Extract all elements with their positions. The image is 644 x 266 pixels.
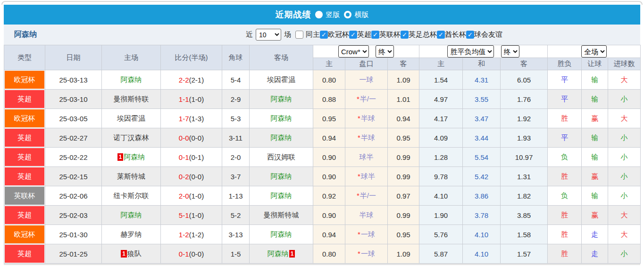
handicap-line-text: 半/一 [360,191,376,200]
avg-draw-odds: 5.54 [463,148,501,167]
handicap-odds-away: 0.99 [388,206,419,225]
team-name-text[interactable]: 西汉姆联 [267,153,295,161]
home-team[interactable]: 曼彻斯特联 [102,90,161,109]
away-team[interactable]: 西汉姆联 [250,148,313,167]
radio-horizontal-label[interactable]: 横版 [355,10,369,19]
competition-filter-item[interactable]: ✓酋长杯 [437,30,466,39]
checked-checkbox-icon[interactable]: ✓ [437,31,445,39]
handicap-line: *半球 [345,128,388,148]
away-team[interactable]: 曼彻斯特城 [250,206,313,225]
team-name-text[interactable]: 阿森纳 [121,211,142,219]
corner-score: 5-4 [222,70,250,90]
corner-score: 2-0 [222,148,250,167]
checked-checkbox-icon[interactable]: ✓ [401,31,409,39]
avg-lose-odds: 10.97 [501,148,548,167]
away-team[interactable]: 阿森纳 [250,225,313,244]
sub-header-result-handicap: 让球 [582,58,608,70]
home-team[interactable]: 阿森纳 [102,206,161,225]
team-name-text[interactable]: 狼队 [127,249,142,258]
away-team[interactable]: 阿森纳 [250,186,313,206]
team-name-text[interactable]: 纽卡斯尔联 [114,191,149,200]
col-header-home: 主场 [102,45,161,70]
layout-radio-vertical[interactable]: 竖版 [315,10,340,19]
avg-type-select[interactable]: 胜平负均值 [447,45,494,58]
checked-checkbox-icon[interactable]: ✓ [371,31,379,39]
same-home-checkbox[interactable] [295,31,303,39]
scope-select[interactable]: 全场 [581,45,607,58]
radio-vertical-label[interactable]: 竖版 [326,10,340,19]
team-name-text[interactable]: 阿森纳 [271,191,292,200]
avg-draw-odds: 5.42 [463,167,501,186]
fulltime-score: 1-2 [179,231,189,239]
team-name-text[interactable]: 赫罗纳 [121,230,142,238]
layout-radio-horizontal[interactable]: 横版 [344,10,369,19]
league-badge: 英超 [5,206,44,224]
competition-filter-item[interactable]: ✓英联杯 [371,30,401,39]
checked-checkbox-icon[interactable]: ✓ [320,31,328,39]
team-name-text[interactable]: 阿森纳 [121,75,142,83]
away-team[interactable]: 阿森纳 [250,109,313,128]
recent-count-select[interactable]: 10 [256,29,281,41]
corner-score: 5-3 [222,109,250,128]
home-team[interactable]: 阿森纳 [102,70,161,90]
handicap-line: *半/一 [345,186,388,206]
team-name-text[interactable]: 阿森纳 [268,249,289,258]
league-badge: 欧冠杯 [5,109,44,127]
handicap-odds-home: 0.80 [313,244,345,264]
halftime-score: (1-3) [189,115,204,123]
home-team[interactable]: 纽卡斯尔联 [102,186,161,206]
checked-checkbox-icon[interactable]: ✓ [349,31,357,39]
handicap-odds-home: 0.88 [313,90,345,109]
score: 2-0(1-0) [161,186,222,206]
result-handicap: 走 [582,244,608,264]
away-team[interactable]: 阿森纳 [250,128,313,148]
team-name-text[interactable]: 埃因霍温 [117,114,145,122]
handicap-line: *半/一 [345,90,388,109]
team-name-text[interactable]: 阿森纳 [271,230,292,238]
radio-selected-icon[interactable] [315,11,323,18]
result-win-draw-lose: 胜 [548,167,582,186]
competition-filter-item[interactable]: ✓欧冠杯 [320,30,349,39]
corner-score: 1-13 [222,186,250,206]
avg-lose-odds: 1.58 [501,225,548,244]
team-name-text[interactable]: 阿森纳 [271,133,292,141]
home-team[interactable]: 赫罗纳 [102,225,161,244]
handicap-odds-home: 0.92 [313,186,345,206]
team-name-text[interactable]: 阿森纳 [271,172,292,180]
away-team[interactable]: 埃因霍温 [250,70,313,90]
handicap-line-text: 一球 [361,230,375,238]
handicap-odds-home: 0.90 [313,206,345,225]
bookmaker-select[interactable]: Crow* [338,45,369,58]
home-team[interactable]: 1狼队 [102,244,161,264]
competition-filter-item[interactable]: ✓球会友谊 [466,30,502,39]
sub-header-result-goals: 进球数 [608,58,641,70]
team-name-text[interactable]: 莱斯特城 [117,172,145,180]
competition-filter-item[interactable]: ✓英超 [349,30,371,39]
match-date: 25-02-27 [45,128,102,148]
home-team[interactable]: 埃因霍温 [102,109,161,128]
team-name-text[interactable]: 阿森纳 [271,114,292,122]
radio-unselected-icon[interactable] [344,11,351,18]
checked-checkbox-icon[interactable]: ✓ [466,31,474,39]
team-name-text[interactable]: 曼彻斯特联 [114,95,149,103]
team-name-text[interactable]: 曼彻斯特城 [264,211,299,219]
avg-win-odds: 4.97 [419,90,463,109]
home-team[interactable]: 诺丁汉森林 [102,128,161,148]
home-team[interactable]: 莱斯特城 [102,167,161,186]
team-name-text[interactable]: 诺丁汉森林 [114,133,149,141]
away-team[interactable]: 阿森纳1 [250,244,313,264]
handicap-odds-away: 0.94 [388,109,419,128]
competition-label: 球会友谊 [474,30,502,39]
team-name-text[interactable]: 埃因霍温 [267,75,295,83]
avg-time-select[interactable]: 终 [501,45,519,58]
team-name-text[interactable]: 阿森纳 [124,153,145,161]
odds-time-select[interactable]: 终 [376,45,394,58]
team-name-text[interactable]: 阿森纳 [271,95,292,103]
league-badge: 欧冠杯 [5,225,44,243]
result-win-draw-lose: 平 [548,90,582,109]
result-win-draw-lose: 胜 [548,109,582,128]
away-team[interactable]: 阿森纳 [250,167,313,186]
competition-filter-item[interactable]: ✓英足总杯 [401,30,437,39]
home-team[interactable]: 1阿森纳 [102,148,161,167]
away-team[interactable]: 阿森纳 [250,90,313,109]
